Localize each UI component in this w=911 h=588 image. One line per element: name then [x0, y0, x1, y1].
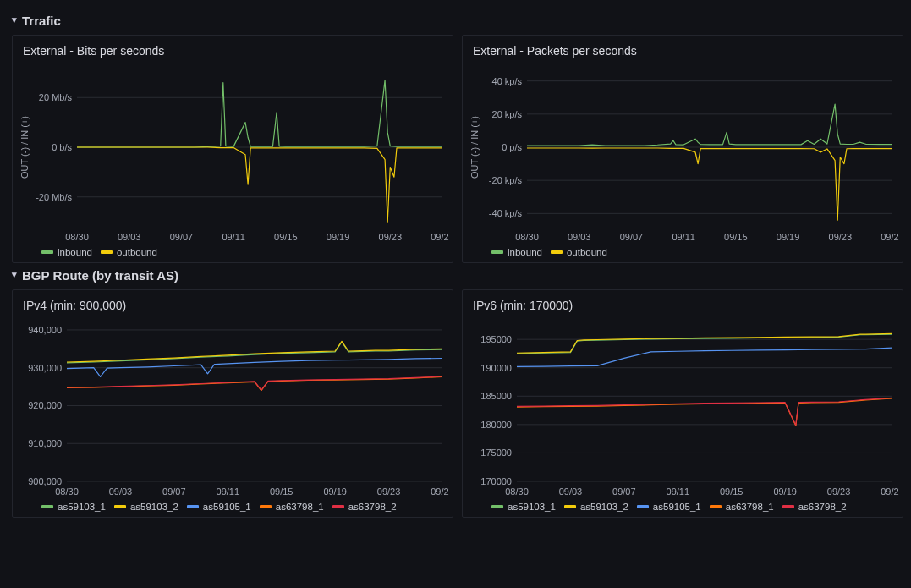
svg-text:20 Mb/s: 20 Mb/s: [39, 92, 73, 102]
legend-item[interactable]: as59103_2: [564, 502, 628, 512]
legend-swatch: [491, 505, 503, 508]
panel-ipv4: IPv4 (min: 900,000) 940,000930,000920,00…: [12, 289, 453, 518]
svg-text:09/15: 09/15: [724, 232, 748, 242]
svg-text:09/27: 09/27: [431, 232, 449, 242]
legend-item[interactable]: as63798_1: [710, 502, 774, 512]
svg-text:08/30: 08/30: [55, 486, 79, 497]
panel-ipv6: IPv6 (min: 170000) 195000190000185000180…: [462, 289, 903, 518]
svg-text:09/19: 09/19: [323, 486, 347, 497]
panel-title: External - Bits per seconds: [16, 41, 449, 63]
svg-text:09/23: 09/23: [829, 232, 853, 242]
svg-text:09/03: 09/03: [568, 232, 591, 242]
legend-label: as63798_1: [276, 502, 324, 512]
legend-swatch: [710, 505, 722, 508]
legend-label: as63798_2: [348, 502, 397, 512]
legend: as59103_1as59103_2as59105_1as63798_1as63…: [466, 500, 899, 512]
legend-label: as63798_1: [726, 502, 774, 512]
svg-text:09/11: 09/11: [217, 486, 240, 497]
svg-text:09/07: 09/07: [162, 486, 186, 497]
svg-text:920,000: 920,000: [28, 400, 62, 410]
svg-text:09/03: 09/03: [109, 486, 133, 497]
svg-text:20 kp/s: 20 kp/s: [492, 109, 523, 119]
svg-text:-20 kp/s: -20 kp/s: [489, 175, 523, 185]
legend-swatch: [41, 505, 53, 508]
svg-text:09/23: 09/23: [379, 232, 403, 242]
legend: inboundoutbound: [466, 245, 899, 257]
svg-text:910,000: 910,000: [28, 438, 62, 448]
legend-swatch: [101, 250, 113, 254]
svg-text:180000: 180000: [480, 420, 512, 430]
chart-bits[interactable]: 20 Mb/s0 b/s-20 Mb/s08/3009/0309/0709/11…: [16, 63, 449, 245]
legend-label: inbound: [58, 247, 92, 257]
svg-text:09/07: 09/07: [170, 232, 194, 242]
legend-label: as59105_1: [203, 502, 251, 512]
svg-text:190000: 190000: [480, 363, 512, 373]
svg-text:-20 Mb/s: -20 Mb/s: [36, 192, 72, 202]
panel-pkts: External - Packets per seconds 40 kp/s20…: [462, 35, 903, 263]
svg-text:09/15: 09/15: [274, 232, 298, 242]
legend: inboundoutbound: [16, 245, 449, 257]
svg-text:40 kp/s: 40 kp/s: [492, 76, 523, 86]
svg-text:09/11: 09/11: [672, 232, 695, 242]
svg-text:09/11: 09/11: [222, 232, 245, 242]
svg-text:09/15: 09/15: [720, 486, 744, 497]
legend-swatch: [551, 250, 563, 254]
svg-text:09/19: 09/19: [773, 486, 797, 497]
legend-label: as63798_2: [798, 502, 847, 512]
section-title: Trrafic: [22, 14, 61, 28]
legend-item[interactable]: outbound: [551, 247, 607, 257]
svg-text:195000: 195000: [480, 334, 512, 344]
legend-label: as59105_1: [653, 502, 701, 512]
legend: as59103_1as59103_2as59105_1as63798_1as63…: [16, 500, 449, 512]
legend-item[interactable]: inbound: [41, 247, 92, 257]
legend-label: outbound: [567, 247, 607, 257]
legend-label: outbound: [117, 247, 157, 257]
legend-item[interactable]: as59103_1: [491, 502, 556, 512]
legend-label: as59103_1: [508, 502, 556, 512]
svg-text:900,000: 900,000: [28, 476, 62, 486]
section-title: BGP Route (by transit AS): [22, 268, 178, 283]
legend-label: as59103_1: [58, 502, 106, 512]
legend-swatch: [491, 250, 503, 254]
svg-text:OUT (-) / IN (+): OUT (-) / IN (+): [19, 116, 30, 179]
legend-item[interactable]: as59103_2: [114, 502, 178, 512]
legend-item[interactable]: as63798_1: [260, 502, 324, 512]
svg-text:-40 kp/s: -40 kp/s: [489, 208, 523, 218]
svg-text:09/07: 09/07: [612, 486, 636, 497]
svg-text:09/19: 09/19: [777, 232, 800, 242]
svg-text:08/30: 08/30: [65, 232, 89, 242]
svg-text:08/30: 08/30: [515, 232, 539, 242]
legend-item[interactable]: as63798_2: [332, 502, 397, 512]
svg-text:09/11: 09/11: [667, 486, 690, 497]
legend-swatch: [782, 505, 794, 508]
svg-text:930,000: 930,000: [28, 363, 62, 373]
svg-text:09/19: 09/19: [327, 232, 350, 242]
panel-title: External - Packets per seconds: [466, 41, 899, 63]
legend-item[interactable]: as59105_1: [187, 502, 251, 512]
legend-swatch: [187, 505, 199, 508]
svg-text:09/27: 09/27: [431, 486, 449, 497]
legend-label: as59103_2: [580, 502, 628, 512]
section-header-traffic[interactable]: ▾ Trrafic: [12, 14, 899, 28]
svg-text:09/07: 09/07: [620, 232, 644, 242]
legend-item[interactable]: as63798_2: [782, 502, 847, 512]
svg-text:08/30: 08/30: [505, 486, 529, 497]
panel-title: IPv4 (min: 900,000): [16, 295, 449, 317]
legend-swatch: [564, 505, 576, 508]
chevron-down-icon: ▾: [12, 269, 17, 280]
legend-item[interactable]: as59103_1: [41, 502, 106, 512]
legend-item[interactable]: outbound: [101, 247, 157, 257]
svg-text:OUT (-) / IN (+): OUT (-) / IN (+): [469, 116, 480, 179]
chart-ipv6[interactable]: 19500019000018500018000017500017000008/3…: [466, 317, 899, 500]
legend-swatch: [637, 505, 649, 508]
legend-item[interactable]: as59105_1: [637, 502, 701, 512]
section-header-bgp[interactable]: ▾ BGP Route (by transit AS): [12, 268, 899, 283]
svg-text:09/27: 09/27: [881, 232, 899, 242]
svg-text:09/27: 09/27: [881, 486, 899, 497]
chart-pkts[interactable]: 40 kp/s20 kp/s0 p/s-20 kp/s-40 kp/s08/30…: [466, 63, 899, 245]
legend-item[interactable]: inbound: [491, 247, 542, 257]
panel-bits: External - Bits per seconds 20 Mb/s0 b/s…: [12, 35, 453, 263]
svg-text:175000: 175000: [480, 448, 512, 458]
chart-ipv4[interactable]: 940,000930,000920,000910,000900,00008/30…: [16, 317, 449, 500]
svg-text:09/23: 09/23: [827, 486, 851, 497]
